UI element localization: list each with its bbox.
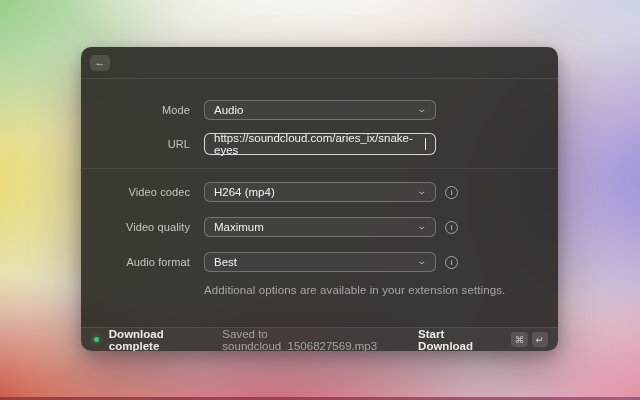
info-icon[interactable]: i xyxy=(445,256,458,269)
audio-format-row: Audio format Best ⌄ i xyxy=(81,252,558,272)
info-glyph: i xyxy=(450,258,452,267)
chevron-down-icon: ⌄ xyxy=(417,257,428,266)
cmd-key-icon: ⌘ xyxy=(515,334,525,345)
audio-format-label: Audio format xyxy=(81,256,190,268)
chevron-down-icon: ⌄ xyxy=(417,105,428,114)
status-bar: Download complete Saved to soundcloud_15… xyxy=(81,327,558,351)
info-glyph: i xyxy=(450,223,452,232)
dialog-header: ← xyxy=(81,47,558,79)
mode-label: Mode xyxy=(81,104,190,116)
info-icon[interactable]: i xyxy=(445,221,458,234)
video-codec-row: Video codec H264 (mp4) ⌄ i xyxy=(81,182,558,202)
video-quality-label: Video quality xyxy=(81,221,190,233)
url-input-value: https://soundcloud.com/aries_ix/snake-ey… xyxy=(214,132,424,156)
return-key-icon: ↵ xyxy=(536,334,544,345)
extension-settings-note: Additional options are available in your… xyxy=(204,284,558,296)
url-input[interactable]: https://soundcloud.com/aries_ix/snake-ey… xyxy=(204,133,436,155)
video-quality-select-value: Maximum xyxy=(214,221,264,233)
saved-file-detail: Saved to soundcloud_1506827569.mp3 xyxy=(222,328,418,352)
video-codec-label: Video codec xyxy=(81,186,190,198)
section-divider xyxy=(81,168,558,169)
start-download-button[interactable]: Start Download xyxy=(418,328,499,352)
download-status: Download complete xyxy=(109,328,214,352)
audio-format-select-value: Best xyxy=(214,256,237,268)
mode-select[interactable]: Audio ⌄ xyxy=(204,100,436,120)
video-quality-row: Video quality Maximum ⌄ i xyxy=(81,217,558,237)
video-codec-select[interactable]: H264 (mp4) ⌄ xyxy=(204,182,436,202)
mode-row: Mode Audio ⌄ xyxy=(81,100,558,120)
info-glyph: i xyxy=(450,188,452,197)
video-codec-select-value: H264 (mp4) xyxy=(214,186,275,198)
audio-format-select[interactable]: Best ⌄ xyxy=(204,252,436,272)
downloader-dialog: ← Mode Audio ⌄ URL https://soundcloud.co… xyxy=(81,47,558,351)
mode-select-value: Audio xyxy=(214,104,243,116)
text-caret xyxy=(425,138,426,150)
url-label: URL xyxy=(81,138,190,150)
url-row: URL https://soundcloud.com/aries_ix/snak… xyxy=(81,134,558,154)
video-quality-select[interactable]: Maximum ⌄ xyxy=(204,217,436,237)
cmd-key-badge: ⌘ xyxy=(511,332,527,347)
chevron-down-icon: ⌄ xyxy=(417,187,428,196)
info-icon[interactable]: i xyxy=(445,186,458,199)
download-form: Mode Audio ⌄ URL https://soundcloud.com/… xyxy=(81,79,558,296)
status-dot xyxy=(94,337,99,342)
return-key-badge: ↵ xyxy=(532,332,548,347)
chevron-down-icon: ⌄ xyxy=(417,222,428,231)
back-arrow-icon: ← xyxy=(95,55,106,70)
back-button[interactable]: ← xyxy=(90,55,110,71)
